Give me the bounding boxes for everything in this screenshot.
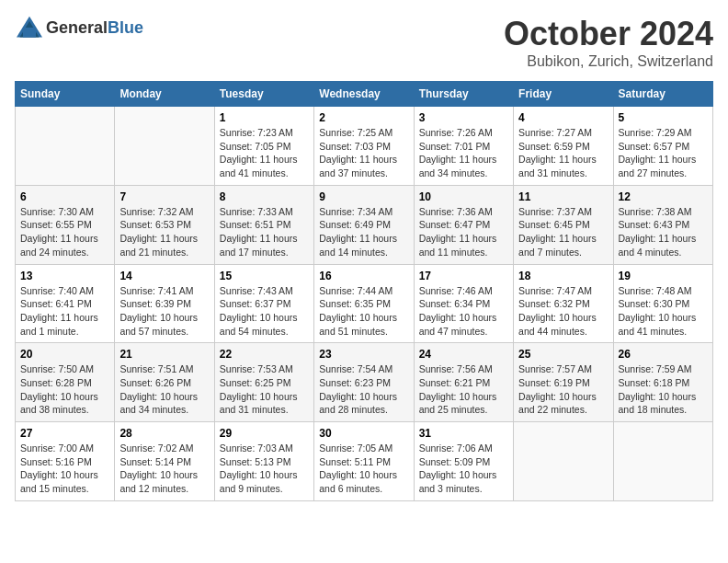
day-info: Sunrise: 7:47 AMSunset: 6:32 PMDaylight:…	[518, 284, 608, 339]
day-info: Sunrise: 7:26 AMSunset: 7:01 PMDaylight:…	[419, 126, 508, 180]
calendar-cell	[16, 107, 115, 186]
day-number: 6	[20, 190, 109, 203]
calendar-cell: 1Sunrise: 7:23 AMSunset: 7:05 PMDaylight…	[214, 107, 313, 186]
day-info: Sunrise: 7:56 AMSunset: 6:21 PMDaylight:…	[419, 362, 508, 417]
logo-blue: Blue	[108, 18, 143, 37]
header-monday: Monday	[115, 82, 214, 107]
calendar-cell: 27Sunrise: 7:00 AMSunset: 5:16 PMDayligh…	[16, 422, 115, 501]
calendar-cell: 21Sunrise: 7:51 AMSunset: 6:26 PMDayligh…	[115, 343, 214, 422]
header-sunday: Sunday	[16, 82, 115, 107]
svg-rect-2	[23, 28, 36, 38]
month-title: October 2024	[504, 15, 713, 53]
day-info: Sunrise: 7:51 AMSunset: 6:26 PMDaylight:…	[119, 362, 209, 417]
day-info: Sunrise: 7:36 AMSunset: 6:47 PMDaylight:…	[419, 205, 508, 259]
day-number: 11	[518, 190, 608, 203]
calendar-cell: 30Sunrise: 7:05 AMSunset: 5:11 PMDayligh…	[314, 422, 414, 501]
calendar-cell: 25Sunrise: 7:57 AMSunset: 6:19 PMDayligh…	[514, 343, 613, 422]
calendar-cell: 4Sunrise: 7:27 AMSunset: 6:59 PMDaylight…	[514, 107, 613, 186]
calendar-table: Sunday Monday Tuesday Wednesday Thursday…	[15, 81, 713, 501]
day-number: 4	[518, 111, 608, 124]
day-number: 20	[20, 348, 109, 361]
calendar-cell: 19Sunrise: 7:48 AMSunset: 6:30 PMDayligh…	[613, 264, 712, 343]
day-number: 28	[119, 427, 209, 440]
logo: GeneralBlue	[15, 15, 143, 40]
day-info: Sunrise: 7:02 AMSunset: 5:14 PMDaylight:…	[119, 442, 209, 496]
day-number: 8	[220, 190, 309, 203]
calendar-cell: 23Sunrise: 7:54 AMSunset: 6:23 PMDayligh…	[314, 343, 414, 422]
calendar-cell: 20Sunrise: 7:50 AMSunset: 6:28 PMDayligh…	[16, 343, 115, 422]
page-header: GeneralBlue October 2024 Bubikon, Zurich…	[15, 15, 713, 70]
day-info: Sunrise: 7:03 AMSunset: 5:13 PMDaylight:…	[220, 442, 309, 496]
calendar-cell: 22Sunrise: 7:53 AMSunset: 6:25 PMDayligh…	[214, 343, 313, 422]
day-number: 26	[619, 348, 708, 361]
day-info: Sunrise: 7:41 AMSunset: 6:39 PMDaylight:…	[119, 284, 209, 339]
logo-icon	[15, 15, 44, 40]
day-info: Sunrise: 7:37 AMSunset: 6:45 PMDaylight:…	[518, 205, 608, 259]
calendar-cell: 11Sunrise: 7:37 AMSunset: 6:45 PMDayligh…	[514, 185, 613, 264]
day-number: 29	[220, 427, 309, 440]
day-number: 5	[619, 111, 708, 124]
day-number: 17	[419, 270, 508, 282]
day-info: Sunrise: 7:50 AMSunset: 6:28 PMDaylight:…	[20, 362, 109, 417]
title-block: October 2024 Bubikon, Zurich, Switzerlan…	[504, 15, 713, 70]
day-info: Sunrise: 7:30 AMSunset: 6:55 PMDaylight:…	[20, 205, 109, 259]
day-number: 27	[20, 427, 109, 440]
day-number: 31	[419, 427, 508, 440]
weekday-header-row: Sunday Monday Tuesday Wednesday Thursday…	[16, 82, 713, 107]
day-number: 2	[319, 111, 408, 124]
calendar-cell	[115, 107, 214, 186]
calendar-cell: 26Sunrise: 7:59 AMSunset: 6:18 PMDayligh…	[613, 343, 712, 422]
day-info: Sunrise: 7:32 AMSunset: 6:53 PMDaylight:…	[119, 205, 209, 259]
calendar-cell: 16Sunrise: 7:44 AMSunset: 6:35 PMDayligh…	[314, 264, 414, 343]
day-info: Sunrise: 7:25 AMSunset: 7:03 PMDaylight:…	[319, 126, 408, 180]
day-number: 25	[518, 348, 608, 361]
day-info: Sunrise: 7:34 AMSunset: 6:49 PMDaylight:…	[319, 205, 408, 259]
day-number: 22	[220, 348, 309, 361]
calendar-cell: 2Sunrise: 7:25 AMSunset: 7:03 PMDaylight…	[314, 107, 414, 186]
day-number: 19	[619, 270, 708, 282]
calendar-cell: 31Sunrise: 7:06 AMSunset: 5:09 PMDayligh…	[414, 422, 513, 501]
day-number: 16	[319, 270, 408, 282]
logo-general: General	[46, 18, 108, 37]
day-number: 14	[119, 270, 209, 282]
week-row-1: 1Sunrise: 7:23 AMSunset: 7:05 PMDaylight…	[16, 107, 713, 186]
day-number: 7	[119, 190, 209, 203]
location-title: Bubikon, Zurich, Switzerland	[504, 53, 713, 70]
day-info: Sunrise: 7:00 AMSunset: 5:16 PMDaylight:…	[20, 442, 109, 496]
day-info: Sunrise: 7:29 AMSunset: 6:57 PMDaylight:…	[619, 126, 708, 180]
day-number: 12	[619, 190, 708, 203]
day-number: 23	[319, 348, 408, 361]
day-info: Sunrise: 7:27 AMSunset: 6:59 PMDaylight:…	[518, 126, 608, 180]
calendar-cell: 9Sunrise: 7:34 AMSunset: 6:49 PMDaylight…	[314, 185, 414, 264]
day-info: Sunrise: 7:46 AMSunset: 6:34 PMDaylight:…	[419, 284, 508, 339]
day-info: Sunrise: 7:53 AMSunset: 6:25 PMDaylight:…	[220, 362, 309, 417]
day-number: 10	[419, 190, 508, 203]
header-tuesday: Tuesday	[214, 82, 313, 107]
day-info: Sunrise: 7:40 AMSunset: 6:41 PMDaylight:…	[20, 284, 109, 339]
day-info: Sunrise: 7:48 AMSunset: 6:30 PMDaylight:…	[619, 284, 708, 339]
week-row-4: 20Sunrise: 7:50 AMSunset: 6:28 PMDayligh…	[16, 343, 713, 422]
header-friday: Friday	[514, 82, 613, 107]
day-info: Sunrise: 7:38 AMSunset: 6:43 PMDaylight:…	[619, 205, 708, 259]
calendar-cell: 8Sunrise: 7:33 AMSunset: 6:51 PMDaylight…	[214, 185, 313, 264]
calendar-cell: 12Sunrise: 7:38 AMSunset: 6:43 PMDayligh…	[613, 185, 712, 264]
day-number: 1	[220, 111, 309, 124]
calendar-cell: 29Sunrise: 7:03 AMSunset: 5:13 PMDayligh…	[214, 422, 313, 501]
calendar-cell: 14Sunrise: 7:41 AMSunset: 6:39 PMDayligh…	[115, 264, 214, 343]
calendar-cell: 13Sunrise: 7:40 AMSunset: 6:41 PMDayligh…	[16, 264, 115, 343]
day-info: Sunrise: 7:23 AMSunset: 7:05 PMDaylight:…	[220, 126, 309, 180]
calendar-cell: 6Sunrise: 7:30 AMSunset: 6:55 PMDaylight…	[16, 185, 115, 264]
calendar-cell: 15Sunrise: 7:43 AMSunset: 6:37 PMDayligh…	[214, 264, 313, 343]
day-number: 13	[20, 270, 109, 282]
day-info: Sunrise: 7:59 AMSunset: 6:18 PMDaylight:…	[619, 362, 708, 417]
day-number: 9	[319, 190, 408, 203]
header-saturday: Saturday	[613, 82, 712, 107]
day-info: Sunrise: 7:06 AMSunset: 5:09 PMDaylight:…	[419, 442, 508, 496]
day-info: Sunrise: 7:57 AMSunset: 6:19 PMDaylight:…	[518, 362, 608, 417]
calendar-cell: 28Sunrise: 7:02 AMSunset: 5:14 PMDayligh…	[115, 422, 214, 501]
calendar-cell: 24Sunrise: 7:56 AMSunset: 6:21 PMDayligh…	[414, 343, 513, 422]
day-number: 21	[119, 348, 209, 361]
week-row-2: 6Sunrise: 7:30 AMSunset: 6:55 PMDaylight…	[16, 185, 713, 264]
calendar-cell: 7Sunrise: 7:32 AMSunset: 6:53 PMDaylight…	[115, 185, 214, 264]
calendar-cell	[613, 422, 712, 501]
